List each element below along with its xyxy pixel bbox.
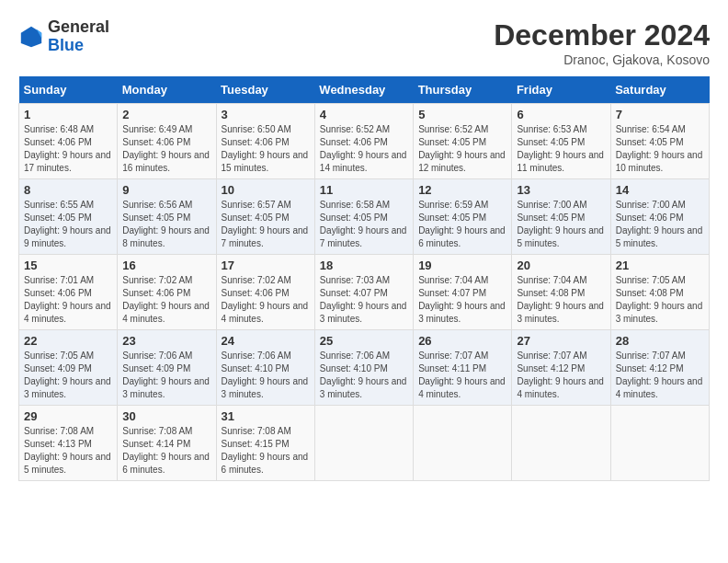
day-cell-3: 3Sunrise: 6:50 AMSunset: 4:06 PMDaylight… (216, 104, 314, 179)
day-number: 11 (320, 183, 408, 197)
calendar-table: SundayMondayTuesdayWednesdayThursdayFrid… (18, 76, 710, 481)
day-cell-11: 11Sunrise: 6:58 AMSunset: 4:05 PMDayligh… (314, 179, 413, 255)
day-info: Sunrise: 6:52 AMSunset: 4:05 PMDaylight:… (418, 123, 506, 175)
day-number: 8 (24, 183, 112, 197)
week-row-4: 22Sunrise: 7:05 AMSunset: 4:09 PMDayligh… (19, 330, 710, 406)
day-info: Sunrise: 7:07 AMSunset: 4:12 PMDaylight:… (517, 350, 605, 401)
day-cell-16: 16Sunrise: 7:02 AMSunset: 4:06 PMDayligh… (118, 255, 216, 330)
day-info: Sunrise: 7:04 AMSunset: 4:07 PMDaylight:… (418, 274, 506, 326)
day-number: 17 (222, 259, 310, 272)
day-cell-7: 7Sunrise: 6:54 AMSunset: 4:05 PMDaylight… (610, 104, 709, 179)
empty-cell (512, 406, 610, 481)
day-number: 6 (517, 108, 605, 121)
day-info: Sunrise: 7:06 AMSunset: 4:09 PMDaylight:… (122, 350, 210, 401)
day-number: 7 (616, 108, 704, 121)
week-row-5: 29Sunrise: 7:08 AMSunset: 4:13 PMDayligh… (19, 406, 710, 481)
weekday-header-friday: Friday (512, 76, 610, 104)
day-cell-21: 21Sunrise: 7:05 AMSunset: 4:08 PMDayligh… (610, 255, 709, 330)
day-cell-18: 18Sunrise: 7:03 AMSunset: 4:07 PMDayligh… (314, 255, 413, 330)
day-info: Sunrise: 6:57 AMSunset: 4:05 PMDaylight:… (222, 199, 310, 250)
day-cell-26: 26Sunrise: 7:07 AMSunset: 4:11 PMDayligh… (414, 330, 512, 406)
day-info: Sunrise: 7:00 AMSunset: 4:06 PMDaylight:… (616, 199, 704, 250)
day-cell-9: 9Sunrise: 6:56 AMSunset: 4:05 PMDaylight… (118, 179, 216, 255)
day-number: 28 (616, 334, 704, 348)
day-cell-10: 10Sunrise: 6:57 AMSunset: 4:05 PMDayligh… (216, 179, 314, 255)
day-number: 4 (320, 108, 408, 121)
day-number: 22 (24, 334, 112, 348)
day-cell-22: 22Sunrise: 7:05 AMSunset: 4:09 PMDayligh… (19, 330, 118, 406)
day-cell-25: 25Sunrise: 7:06 AMSunset: 4:10 PMDayligh… (314, 330, 413, 406)
day-cell-20: 20Sunrise: 7:04 AMSunset: 4:08 PMDayligh… (512, 255, 610, 330)
weekday-header-row: SundayMondayTuesdayWednesdayThursdayFrid… (19, 76, 710, 104)
day-number: 9 (122, 183, 210, 197)
day-number: 12 (418, 183, 506, 197)
day-number: 15 (24, 259, 112, 272)
empty-cell (314, 406, 413, 481)
weekday-header-thursday: Thursday (414, 76, 512, 104)
day-info: Sunrise: 7:06 AMSunset: 4:10 PMDaylight:… (222, 350, 310, 401)
day-number: 5 (418, 108, 506, 121)
day-number: 19 (418, 259, 506, 272)
day-info: Sunrise: 7:02 AMSunset: 4:06 PMDaylight:… (122, 274, 210, 326)
day-cell-6: 6Sunrise: 6:53 AMSunset: 4:05 PMDaylight… (512, 104, 610, 179)
day-number: 31 (222, 409, 310, 423)
day-number: 2 (122, 108, 210, 121)
day-info: Sunrise: 7:08 AMSunset: 4:14 PMDaylight:… (122, 425, 210, 477)
day-cell-2: 2Sunrise: 6:49 AMSunset: 4:06 PMDaylight… (118, 104, 216, 179)
page-header: General Blue December 2024 Dranoc, Gjako… (18, 18, 710, 67)
day-number: 20 (517, 259, 605, 272)
logo-text: General Blue (48, 18, 109, 55)
day-cell-19: 19Sunrise: 7:04 AMSunset: 4:07 PMDayligh… (414, 255, 512, 330)
day-info: Sunrise: 7:04 AMSunset: 4:08 PMDaylight:… (517, 274, 605, 326)
day-info: Sunrise: 7:08 AMSunset: 4:15 PMDaylight:… (222, 425, 310, 477)
day-cell-23: 23Sunrise: 7:06 AMSunset: 4:09 PMDayligh… (118, 330, 216, 406)
day-info: Sunrise: 7:02 AMSunset: 4:06 PMDaylight:… (222, 274, 310, 326)
day-info: Sunrise: 7:05 AMSunset: 4:09 PMDaylight:… (24, 350, 112, 401)
day-info: Sunrise: 7:08 AMSunset: 4:13 PMDaylight:… (24, 425, 112, 477)
day-info: Sunrise: 7:06 AMSunset: 4:10 PMDaylight:… (320, 350, 408, 401)
day-cell-5: 5Sunrise: 6:52 AMSunset: 4:05 PMDaylight… (414, 104, 512, 179)
week-row-3: 15Sunrise: 7:01 AMSunset: 4:06 PMDayligh… (19, 255, 710, 330)
empty-cell (414, 406, 512, 481)
day-info: Sunrise: 6:56 AMSunset: 4:05 PMDaylight:… (122, 199, 210, 250)
day-number: 24 (222, 334, 310, 348)
day-number: 14 (616, 183, 704, 197)
day-number: 29 (24, 409, 112, 423)
day-info: Sunrise: 6:49 AMSunset: 4:06 PMDaylight:… (122, 123, 210, 175)
day-cell-24: 24Sunrise: 7:06 AMSunset: 4:10 PMDayligh… (216, 330, 314, 406)
day-cell-12: 12Sunrise: 6:59 AMSunset: 4:05 PMDayligh… (414, 179, 512, 255)
day-number: 16 (122, 259, 210, 272)
calendar-body: 1Sunrise: 6:48 AMSunset: 4:06 PMDaylight… (19, 104, 710, 481)
day-info: Sunrise: 6:50 AMSunset: 4:06 PMDaylight:… (222, 123, 310, 175)
day-cell-4: 4Sunrise: 6:52 AMSunset: 4:06 PMDaylight… (314, 104, 413, 179)
day-info: Sunrise: 6:52 AMSunset: 4:06 PMDaylight:… (320, 123, 408, 175)
weekday-header-wednesday: Wednesday (314, 76, 413, 104)
day-info: Sunrise: 7:05 AMSunset: 4:08 PMDaylight:… (616, 274, 704, 326)
day-info: Sunrise: 7:01 AMSunset: 4:06 PMDaylight:… (24, 274, 112, 326)
empty-cell (610, 406, 709, 481)
svg-marker-0 (21, 27, 41, 47)
day-info: Sunrise: 6:54 AMSunset: 4:05 PMDaylight:… (616, 123, 704, 175)
day-cell-1: 1Sunrise: 6:48 AMSunset: 4:06 PMDaylight… (19, 104, 118, 179)
day-number: 21 (616, 259, 704, 272)
day-cell-8: 8Sunrise: 6:55 AMSunset: 4:05 PMDaylight… (19, 179, 118, 255)
calendar-header: SundayMondayTuesdayWednesdayThursdayFrid… (19, 76, 710, 104)
day-cell-17: 17Sunrise: 7:02 AMSunset: 4:06 PMDayligh… (216, 255, 314, 330)
day-number: 26 (418, 334, 506, 348)
month-title: December 2024 (494, 18, 710, 52)
title-block: December 2024 Dranoc, Gjakova, Kosovo (494, 18, 710, 67)
day-info: Sunrise: 7:07 AMSunset: 4:12 PMDaylight:… (616, 350, 704, 401)
day-cell-28: 28Sunrise: 7:07 AMSunset: 4:12 PMDayligh… (610, 330, 709, 406)
day-number: 1 (24, 108, 112, 121)
day-cell-13: 13Sunrise: 7:00 AMSunset: 4:05 PMDayligh… (512, 179, 610, 255)
week-row-1: 1Sunrise: 6:48 AMSunset: 4:06 PMDaylight… (19, 104, 710, 179)
day-cell-29: 29Sunrise: 7:08 AMSunset: 4:13 PMDayligh… (19, 406, 118, 481)
day-cell-27: 27Sunrise: 7:07 AMSunset: 4:12 PMDayligh… (512, 330, 610, 406)
day-number: 30 (122, 409, 210, 423)
day-info: Sunrise: 6:55 AMSunset: 4:05 PMDaylight:… (24, 199, 112, 250)
day-info: Sunrise: 6:53 AMSunset: 4:05 PMDaylight:… (517, 123, 605, 175)
weekday-header-monday: Monday (118, 76, 216, 104)
day-info: Sunrise: 7:03 AMSunset: 4:07 PMDaylight:… (320, 274, 408, 326)
day-number: 18 (320, 259, 408, 272)
weekday-header-tuesday: Tuesday (216, 76, 314, 104)
